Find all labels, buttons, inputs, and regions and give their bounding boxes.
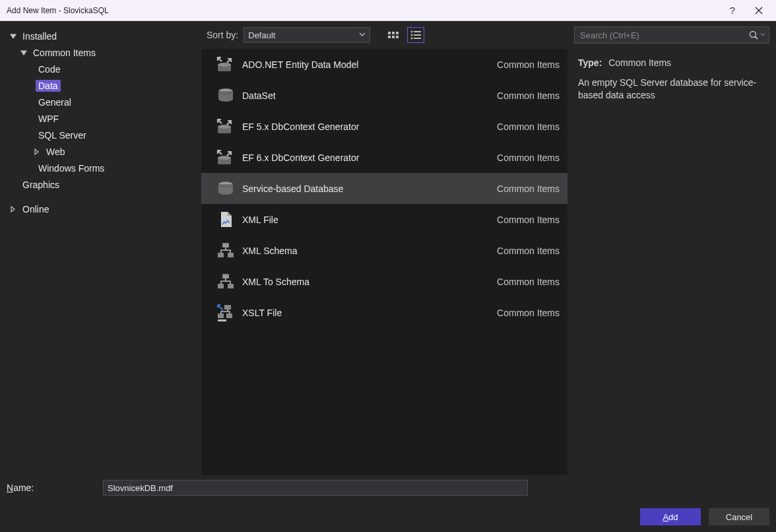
caret-down-icon [9,32,17,40]
tree-item-windows-forms[interactable]: Windows Forms [5,160,196,176]
window-title: Add New Item - SlovickaSQL [7,6,719,15]
template-name: DataSet [242,90,497,101]
caret-right-icon [9,205,17,213]
sort-toolbar: Sort by: Default [201,21,567,49]
schema-icon [209,272,242,292]
template-item[interactable]: Service-based Database Common Items [201,173,567,204]
sort-by-label: Sort by: [207,30,238,40]
tree-item-code[interactable]: Code [5,61,196,77]
tree-label: WPF [36,113,61,125]
tree-item-installed[interactable]: Installed [5,28,196,44]
view-grid-button[interactable] [385,27,402,43]
template-category: Common Items [497,277,560,287]
add-button[interactable]: Add [640,508,701,525]
entity-icon [209,117,242,137]
search-box[interactable] [574,26,769,44]
tree-label: Common Items [30,47,98,59]
template-item[interactable]: XML To Schema Common Items [201,266,567,297]
close-button[interactable] [746,1,772,20]
sort-by-select[interactable]: Default [243,27,370,43]
titlebar[interactable]: Add New Item - SlovickaSQL ? [0,0,776,21]
template-category: Common Items [497,246,560,256]
template-pane: Sort by: Default ADO.NET Entity Data Mod… [201,21,567,475]
view-list-button[interactable] [407,27,424,43]
xslt-icon [209,303,242,323]
template-category: Common Items [497,121,560,132]
description-block: Type: Common Items An empty SQL Server d… [567,49,776,110]
tree-item-sql-server[interactable]: SQL Server [5,127,196,143]
tree-item-wpf[interactable]: WPF [5,110,196,127]
details-pane: Type: Common Items An empty SQL Server d… [567,21,776,475]
template-name: XML To Schema [242,277,497,287]
search-input[interactable] [580,30,748,40]
template-item[interactable]: XSLT File Common Items [201,297,567,328]
tree-label: SQL Server [36,129,89,141]
template-category: Common Items [497,90,560,101]
template-item[interactable]: XML Schema Common Items [201,235,567,266]
tree-label: Graphics [20,179,62,191]
entity-icon [209,55,242,75]
name-label: Name: [7,482,103,493]
chevron-down-icon [359,32,366,38]
caret-right-icon [33,148,41,156]
schema-icon [209,241,242,261]
template-list: ADO.NET Entity Data Model Common Items D… [201,49,567,475]
tree-item-graphics[interactable]: Graphics [5,176,196,193]
help-button[interactable]: ? [719,1,746,20]
tree-label: Web [44,146,68,158]
tree-item-common-items[interactable]: Common Items [5,44,196,61]
type-label: Type: [578,57,602,68]
template-item[interactable]: EF 5.x DbContext Generator Common Items [201,111,567,142]
template-item[interactable]: DataSet Common Items [201,80,567,111]
template-name: Service-based Database [242,183,497,194]
template-name: XSLT File [242,308,497,318]
tree-label: Installed [20,30,59,42]
search-options-dropdown[interactable] [760,33,766,37]
cancel-button[interactable]: Cancel [709,508,769,525]
tree-label: Code [36,63,63,75]
template-item[interactable]: EF 6.x DbContext Generator Common Items [201,142,567,173]
template-category: Common Items [497,215,560,225]
template-name: EF 5.x DbContext Generator [242,121,497,132]
tree-label: Online [20,203,51,215]
tree-item-online[interactable]: Online [5,201,196,217]
template-category: Common Items [497,308,560,318]
template-category: Common Items [497,59,560,70]
template-name: XML File [242,215,497,225]
file-icon [209,210,242,230]
template-name: EF 6.x DbContext Generator [242,152,497,163]
tree-label: Data [36,80,61,92]
db-icon [209,86,242,106]
template-name: XML Schema [242,246,497,256]
template-item[interactable]: XML File Common Items [201,204,567,235]
caret-down-icon [20,49,28,57]
template-item[interactable]: ADO.NET Entity Data Model Common Items [201,49,567,80]
category-tree: Installed Common Items Code Data General… [0,21,201,475]
tree-label: General [36,96,74,108]
db-icon [209,179,242,199]
sort-value: Default [248,30,275,40]
description-text: An empty SQL Server database for service… [578,77,765,102]
name-input[interactable] [103,480,528,496]
tree-item-data[interactable]: Data [5,77,196,94]
tree-item-general[interactable]: General [5,94,196,110]
tree-label: Windows Forms [36,162,107,174]
template-category: Common Items [497,183,560,194]
template-name: ADO.NET Entity Data Model [242,59,497,70]
entity-icon [209,148,242,168]
bottom-bar: Name: Add Cancel [0,475,776,532]
tree-item-web[interactable]: Web [5,143,196,160]
search-icon[interactable] [748,30,760,40]
type-value: Common Items [608,57,671,68]
template-category: Common Items [497,152,560,163]
